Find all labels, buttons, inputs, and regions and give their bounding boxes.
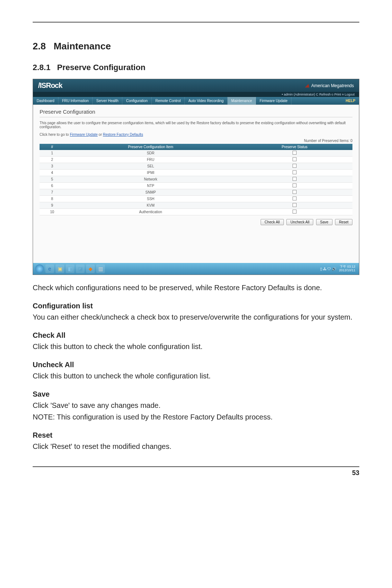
links-sep: or [99,133,103,137]
nav-help[interactable]: HELP [342,97,359,105]
cell-item: Network [65,176,237,183]
ami-text: American Megatrends [311,83,354,88]
heading-config-list: Configuration list [33,302,359,310]
cell-index: 8 [40,196,65,202]
cell-status [237,196,352,202]
nav-remote-control[interactable]: Remote Control [152,97,185,105]
section-number: 2.8 [33,41,46,52]
nav-auto-video[interactable]: Auto Video Recording [185,97,228,105]
cell-status [237,163,352,170]
intro-paragraph: Check which configurations need to be pr… [33,282,359,293]
config-table: # Preserve Configuration Item Preserve S… [40,144,352,215]
page-number: 53 [352,469,359,477]
screenshot-nav: Dashboard FRU Information Server Health … [33,97,359,105]
screenshot-description: This page allows the user to configure t… [40,121,352,129]
links-prefix: Click here to go to [40,133,70,137]
cell-status [237,176,352,183]
nav-maintenance[interactable]: Maintenance [228,97,256,105]
th-index: # [40,144,65,150]
table-row: 10Authentication [40,209,352,215]
para-config-list: You can either check/uncheck a check box… [33,312,359,323]
th-status: Preserve Status [237,144,352,150]
subsection-title-text: Preserve Configuration [57,63,145,72]
cell-status [237,202,352,209]
nav-firmware-update[interactable]: Firmware Update [256,97,291,105]
nav-configuration[interactable]: Configuration [122,97,151,105]
explorer-icon[interactable]: ▣ [56,264,64,273]
table-row: 1SDR [40,150,352,157]
cell-index: 3 [40,163,65,170]
subsection-number: 2.8.1 [33,63,50,72]
nav-fru-info[interactable]: FRU Information [58,97,93,105]
table-row: 6NTP [40,183,352,189]
para-save-note: NOTE: This configuration is used by the … [33,411,359,422]
nav-dashboard[interactable]: Dashboard [33,97,58,105]
nav-server-health[interactable]: Server Health [93,97,122,105]
th-item: Preserve Configuration Item [65,144,237,150]
cell-index: 2 [40,157,65,163]
screenshot-page-title: Preserve Configuration [40,109,352,117]
preserve-checkbox[interactable] [293,190,297,194]
cell-index: 10 [40,209,65,215]
cell-item: SSH [65,196,237,202]
para-check-all: Click this button to check the whole con… [33,341,359,352]
preserve-checkbox[interactable] [293,183,297,187]
start-orb-icon[interactable] [35,264,44,273]
cell-item: NTP [65,183,237,189]
para-uncheck-all: Click this button to uncheck the whole c… [33,370,359,381]
cell-item: SDR [65,150,237,157]
cell-status [237,209,352,215]
uncheck-all-button[interactable]: Uncheck All [286,219,313,225]
heading-reset: Reset [33,431,359,439]
cell-status [237,183,352,189]
cell-item: SNMP [65,189,237,196]
top-rule [33,22,359,23]
cell-status [237,170,352,176]
screenshot-header: /ISRock American Megatrends [33,79,359,92]
tray-icon: 🖧 [323,267,327,271]
app-icon-3[interactable]: ◆ [86,264,95,273]
save-button[interactable]: Save [316,219,332,225]
app-icon-4[interactable]: ▥ [96,264,105,273]
cell-index: 6 [40,183,65,189]
table-row: 4IPMI [40,170,352,176]
heading-check-all: Check All [33,331,359,340]
heading-uncheck-all: Uncheck All [33,361,359,369]
screenshot-body: Preserve Configuration This page allows … [33,105,359,263]
ie-icon[interactable]: e [45,264,54,273]
tray-icon: 🛡 [327,267,331,271]
table-row: 5Network [40,176,352,183]
app-icon-2[interactable]: ◪ [76,264,85,273]
screenshot-taskbar: e ▣ ◧ ◪ ◆ ▥ ▯ 🖧 🛡 🔊 下午 03:12 2012/10/11 [33,263,359,275]
preserve-checkbox[interactable] [293,203,297,207]
table-row: 8SSH [40,196,352,202]
preserve-checkbox[interactable] [293,177,297,181]
table-row: 9KVM [40,202,352,209]
para-reset: Click 'Reset' to reset the modified chan… [33,441,359,452]
screenshot-links: Click here to go to Firmware Update or R… [40,133,352,137]
link-firmware-update[interactable]: Firmware Update [70,133,98,137]
cell-index: 7 [40,189,65,196]
check-all-button[interactable]: Check All [261,219,284,225]
app-icon-1[interactable]: ◧ [66,264,74,273]
subsection-heading: 2.8.1 Preserve Configuration [33,63,359,72]
preserve-checkbox[interactable] [293,151,297,155]
taskbar-clock: 下午 03:12 2012/10/11 [339,265,357,272]
preserve-checkbox[interactable] [293,157,297,161]
preserve-checkbox[interactable] [293,196,297,200]
preserved-count: Number of Preserved Items: 0 [40,139,352,143]
table-row: 2FRU [40,157,352,163]
preserve-checkbox[interactable] [293,170,297,174]
cell-item: KVM [65,202,237,209]
preserve-checkbox[interactable] [293,164,297,168]
cell-item: FRU [65,157,237,163]
cell-index: 4 [40,170,65,176]
cell-index: 9 [40,202,65,209]
page-footer: 53 [33,466,359,477]
preserve-checkbox[interactable] [293,210,297,214]
cell-index: 5 [40,176,65,183]
cell-status [237,150,352,157]
link-restore-defaults[interactable]: Restore Factory Defaults [103,133,143,137]
cell-status [237,189,352,196]
reset-button[interactable]: Reset [335,219,352,225]
